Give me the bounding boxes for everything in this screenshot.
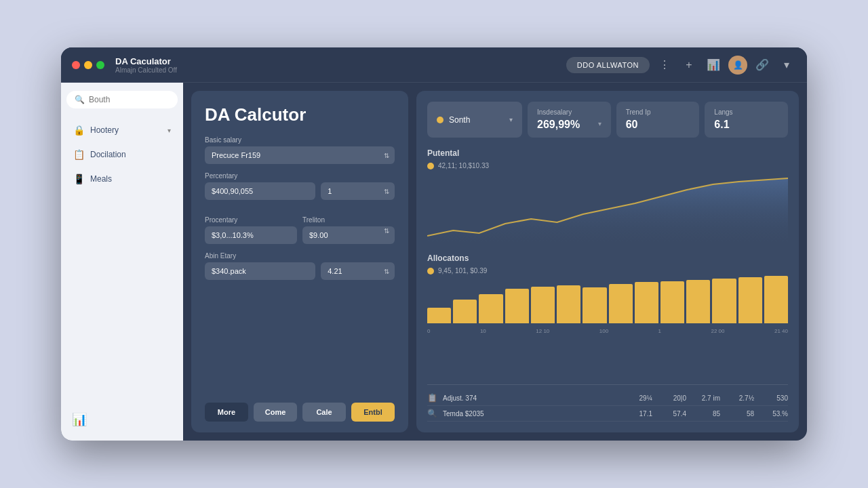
minimize-btn[interactable] <box>84 61 92 69</box>
bar-item <box>531 287 555 323</box>
treliton-group: Treliton $9.00 <box>302 216 395 244</box>
sidebar-item-hootery[interactable]: 🔒 Hootery ▾ <box>66 119 178 141</box>
cale-button[interactable]: Cale <box>302 403 346 422</box>
stat-value: 85 <box>700 410 720 418</box>
chart-section: Putental 42,11; 10,$10.33 <box>427 148 788 379</box>
basic-salary-group: Basic salary <box>205 136 395 164</box>
chevron-right-icon: ▾ <box>167 127 171 134</box>
period-dot <box>437 117 443 123</box>
stat2-value: 60 <box>626 119 690 131</box>
axis-label: 21 40 <box>774 328 788 334</box>
more-button[interactable]: More <box>205 403 248 422</box>
trend-card[interactable]: Trend Ip 60 <box>616 102 700 138</box>
stat3-value: 6.1 <box>714 119 778 131</box>
treliton-select[interactable]: $9.00 <box>302 226 395 244</box>
search-box[interactable]: 🔍 <box>66 91 178 108</box>
come-button[interactable]: Come <box>254 403 297 422</box>
search-input[interactable] <box>89 95 170 104</box>
allocations-section: Allocatons 9,45, 101, $0.39 01012 101001… <box>427 253 788 334</box>
procentary-group: Procentary <box>205 216 297 244</box>
main-layout: 🔍 🔒 Hootery ▾ 📋 Docilation 📱 Meals 📊 <box>61 83 807 441</box>
basic-salary-label: Basic salary <box>205 136 395 144</box>
maximize-btn[interactable] <box>96 61 104 69</box>
axis-label: 100 <box>599 328 608 334</box>
sidebar-item-meals[interactable]: 📱 Meals <box>66 168 178 190</box>
doc-icon: 📋 <box>73 149 85 160</box>
content-area: DA Calcutor Basic salary Percentary <box>183 83 807 441</box>
window-controls <box>72 61 104 69</box>
potential-section: Putental 42,11; 10,$10.33 <box>427 148 788 248</box>
period-chevron-icon: ▾ <box>509 116 513 123</box>
allocations-data-label: 9,45, 101, $0.39 <box>438 267 487 274</box>
axis-label: 22 00 <box>711 328 724 334</box>
chevron-down-icon[interactable]: ▾ <box>777 56 796 75</box>
bar-item <box>712 279 736 323</box>
percentary-input[interactable] <box>205 182 315 200</box>
stats-row: Sonth ▾ Insdesalary 269,99% ▾ Trend Ip 6… <box>427 102 788 138</box>
titlebar-info: DA Caculator Almajn Calculted Off <box>115 56 566 74</box>
line-chart-svg <box>427 175 788 243</box>
bar-item <box>764 276 788 323</box>
bar-item <box>453 300 477 323</box>
langs-card[interactable]: Langs 6.1 <box>705 102 788 138</box>
procentary-treliton-row: Procentary Treliton $9.00 <box>205 216 395 252</box>
procentary-label: Procentary <box>205 216 297 224</box>
sidebar-item-label: Meals <box>90 174 112 184</box>
bar-item <box>686 280 710 323</box>
sidebar-chart-icon[interactable]: 📊 <box>72 412 87 427</box>
stat-value: 57.4 <box>666 410 686 418</box>
axis-label: 12 10 <box>536 328 549 334</box>
close-btn[interactable] <box>72 61 80 69</box>
ddo-button[interactable]: DDO ALLWATON <box>566 57 650 73</box>
titlebar: DA Caculator Almajn Calculted Off DDO AL… <box>61 47 807 83</box>
sidebar-item-label: Hootery <box>90 125 119 135</box>
bar-item <box>583 287 606 323</box>
procentary-input[interactable] <box>205 226 297 244</box>
stat-values: 17.157.4855853.% <box>632 410 788 418</box>
sidebar-item-label: Docilation <box>90 150 126 159</box>
more-options-icon[interactable]: ⋮ <box>655 56 674 75</box>
axis-label: 10 <box>480 328 486 334</box>
stat-value: 2.7½ <box>734 394 754 402</box>
axis-label: 0 <box>427 328 430 334</box>
bar-item <box>635 282 658 323</box>
charts-row: Putental 42,11; 10,$10.33 <box>427 148 788 379</box>
meals-icon: 📱 <box>73 174 85 184</box>
period-dropdown[interactable]: Sonth ▾ <box>427 102 522 138</box>
stat-value: 53.% <box>768 410 788 418</box>
lock-icon: 🔒 <box>73 125 85 136</box>
abin-salary-group: Abin Etary 4.21 <box>205 252 395 288</box>
insdesalary-card[interactable]: Insdesalary 269,99% ▾ <box>528 102 611 138</box>
percentary-group: Percentary 1 2 <box>205 172 395 208</box>
abin-salary-label: Abin Etary <box>205 252 395 260</box>
bar-item <box>427 308 451 323</box>
add-icon[interactable]: + <box>679 56 698 75</box>
basic-salary-input[interactable] <box>205 146 395 164</box>
bottom-stats: 📋 Adjust. 374 29¼20|02.7 im2.7½530 🔍 Tem… <box>427 384 788 422</box>
stat-value: 530 <box>768 394 788 402</box>
app-window: DA Caculator Almajn Calculted Off DDO AL… <box>61 47 807 441</box>
potential-dot <box>427 163 434 169</box>
stat-value: 17.1 <box>632 410 652 418</box>
stat-value: 20|0 <box>666 394 686 402</box>
stat1-label: Insdesalary <box>537 108 601 116</box>
stat3-label: Langs <box>714 108 778 116</box>
chart-icon[interactable]: 📊 <box>704 56 723 75</box>
app-title: DA Caculator <box>115 56 566 66</box>
abin-select[interactable]: 4.21 <box>321 262 395 280</box>
avatar[interactable]: 👤 <box>728 56 747 75</box>
entbl-button[interactable]: Entbl <box>351 403 395 422</box>
calculator-title: DA Calcutor <box>205 104 395 125</box>
bottom-stat-row: 🔍 Temda $2035 17.157.4855853.% <box>427 406 788 422</box>
percentary-label: Percentary <box>205 172 395 180</box>
stat-values: 29¼20|02.7 im2.7½530 <box>632 394 788 402</box>
calc-buttons: More Come Cale Entbl <box>205 394 395 422</box>
link-icon[interactable]: 🔗 <box>753 56 772 75</box>
abin-salary-input[interactable] <box>205 262 315 280</box>
sidebar-item-docilation[interactable]: 📋 Docilation <box>66 144 178 165</box>
bar-chart: 01012 10100122 0021 40 <box>427 280 788 334</box>
bar-item <box>609 284 633 323</box>
stat-value: 58 <box>734 410 754 418</box>
period-label: Sonth <box>449 115 504 125</box>
percentary-select[interactable]: 1 2 <box>321 182 395 200</box>
